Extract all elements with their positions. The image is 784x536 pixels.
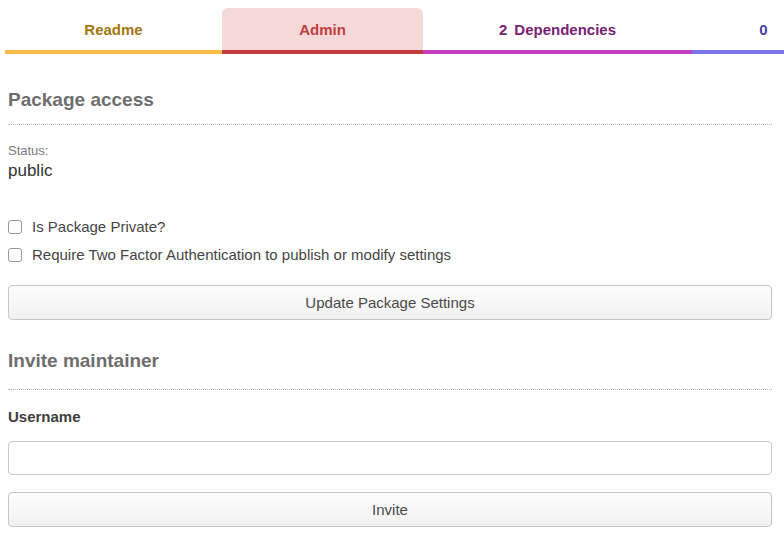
tab-dependents-count: 0 <box>759 21 767 38</box>
invite-button[interactable]: Invite <box>8 492 772 527</box>
require-2fa-checkbox[interactable] <box>8 248 22 262</box>
tab-dependencies-label: Dependencies <box>514 21 616 38</box>
username-input[interactable] <box>8 441 772 475</box>
tab-admin-label: Admin <box>299 21 346 38</box>
status-label: Status: <box>8 143 772 158</box>
tab-bar: Readme Admin 2 Dependencies 0 <box>0 8 784 54</box>
tab-dependencies-count: 2 <box>499 21 507 38</box>
is-package-private-row[interactable]: Is Package Private? <box>8 217 772 237</box>
tab-readme[interactable]: Readme <box>5 8 222 54</box>
tab-readme-label: Readme <box>84 21 142 38</box>
require-2fa-label[interactable]: Require Two Factor Authentication to pub… <box>32 245 451 265</box>
tab-admin[interactable]: Admin <box>222 8 423 54</box>
tab-dependencies[interactable]: 2 Dependencies <box>423 8 692 54</box>
tab-dependents[interactable]: 0 <box>692 8 784 54</box>
invite-maintainer-heading: Invite maintainer <box>8 351 772 371</box>
admin-panel: Package access Status: public Is Package… <box>8 90 772 527</box>
username-label: Username <box>8 407 772 427</box>
status-value: public <box>8 161 772 181</box>
is-package-private-checkbox[interactable] <box>8 220 22 234</box>
is-package-private-label[interactable]: Is Package Private? <box>32 217 165 237</box>
update-package-settings-button[interactable]: Update Package Settings <box>8 285 772 320</box>
require-2fa-row[interactable]: Require Two Factor Authentication to pub… <box>8 245 772 265</box>
package-access-heading: Package access <box>8 90 772 110</box>
divider <box>8 124 772 125</box>
divider <box>8 389 772 390</box>
